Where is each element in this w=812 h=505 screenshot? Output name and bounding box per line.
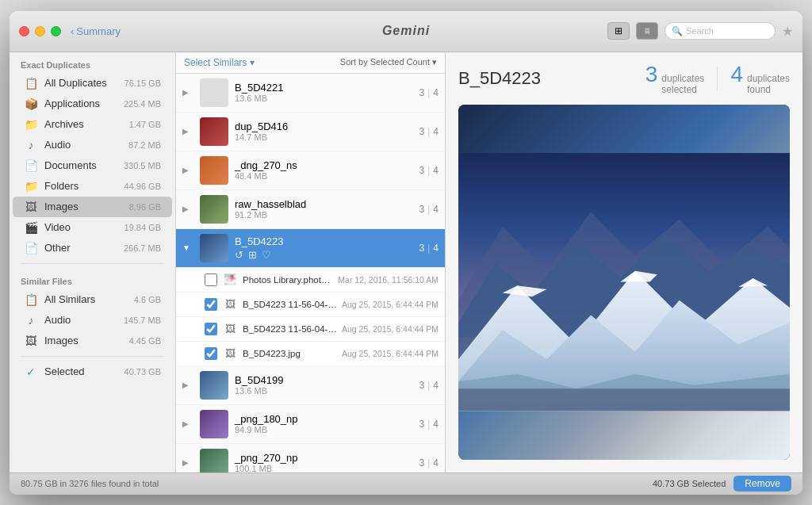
sidebar-item-images[interactable]: 🖼 Images 8.96 GB — [13, 197, 172, 217]
total-count: 4 — [433, 87, 439, 98]
chevron-down-icon: ▼ — [182, 243, 193, 252]
grid-view-button[interactable]: ⊞ — [607, 22, 630, 40]
images-icon: 🖼 — [24, 200, 38, 214]
chevron-right-icon: ▶ — [182, 127, 193, 136]
sidebar-item-video[interactable]: 🎬 Video 19.84 GB — [13, 217, 172, 238]
group-row[interactable]: ▶ _dng_270_ns 48.4 MB 3 | 4 — [176, 151, 445, 190]
sidebar-item-size: 4.6 GB — [134, 295, 161, 304]
traffic-lights — [19, 26, 61, 36]
list-view-button[interactable]: ≡ — [636, 22, 658, 40]
sidebar-item-applications[interactable]: 📦 Applications 225.4 MB — [13, 94, 172, 114]
file-item[interactable]: 🖼 B_5D4223 11-56-04-991… Aug 25, 2015, 6… — [176, 317, 445, 342]
total-count: 4 — [433, 380, 439, 391]
image-icon: 🖼 — [222, 296, 238, 312]
group-thumbnail — [200, 117, 228, 146]
search-box[interactable]: 🔍 Search — [665, 22, 776, 40]
file-checkbox[interactable] — [205, 298, 217, 311]
group-counts: 3 | 4 — [419, 380, 439, 391]
sidebar-item-label: Documents — [44, 159, 124, 171]
group-thumbnail — [200, 156, 228, 185]
sidebar-item-label: Audio — [44, 314, 124, 326]
sidebar-item-other[interactable]: 📄 Other 266.7 MB — [13, 238, 172, 258]
status-total-text: 80.75 GB in 3276 files found in total — [21, 479, 159, 488]
chevron-right-icon: ▶ — [182, 458, 193, 467]
sidebar-item-label: Selected — [44, 365, 124, 377]
remove-button[interactable]: Remove — [733, 476, 791, 492]
group-name: raw_hasselblad — [235, 198, 419, 210]
chevron-right-icon: ▶ — [182, 419, 193, 428]
sidebar-item-label: Applications — [44, 98, 124, 109]
file-checkbox[interactable] — [205, 323, 217, 335]
group-name: dup_5D416 — [235, 121, 419, 132]
back-label: Summary — [76, 25, 121, 37]
maximize-button[interactable] — [51, 26, 61, 36]
sidebar-item-images-sim[interactable]: 🖼 Images 4.45 GB — [13, 331, 172, 351]
grid-action-icon[interactable]: ⊞ — [248, 249, 257, 261]
group-counts: 3 | 4 — [419, 243, 439, 254]
sidebar-divider-2 — [21, 356, 164, 357]
file-checkbox[interactable] — [205, 347, 217, 360]
sidebar-item-audio-sim[interactable]: ♪ Audio 145.7 MB — [13, 310, 172, 331]
sidebar-item-size: 4.45 GB — [129, 336, 161, 346]
sidebar: Exact Duplicates 📋 All Duplicates 76.15 … — [10, 52, 176, 472]
selected-count: 3 — [419, 204, 425, 215]
sidebar-item-all-duplicates[interactable]: 📋 All Duplicates 76.15 GB — [13, 73, 172, 94]
sidebar-item-size: 266.7 MB — [124, 243, 161, 253]
group-row-expanded[interactable]: ▼ B_5D4223 ↺ ⊞ ♡ 3 | 4 — [176, 229, 445, 268]
preview-stats: 3 duplicatesselected 4 duplicatesfound — [645, 62, 790, 96]
back-button[interactable]: ‹ Summary — [71, 25, 121, 37]
sidebar-item-selected[interactable]: ✓ Selected 40.73 GB — [13, 362, 172, 382]
group-row[interactable]: ▶ raw_hasselblad 91.2 MB 3 | 4 — [176, 190, 445, 229]
duplicates-found-number: 4 — [730, 62, 743, 87]
file-item[interactable]: 🌁 Photos Library.photoslibr… Mar 12, 201… — [176, 268, 445, 293]
rotate-icon[interactable]: ↺ — [235, 249, 243, 261]
search-placeholder: Search — [686, 26, 714, 36]
close-button[interactable] — [19, 26, 29, 36]
file-item[interactable]: 🖼 B_5D4223 11-56-04-987… Aug 25, 2015, 6… — [176, 293, 445, 317]
sidebar-item-documents[interactable]: 📄 Documents 330.5 MB — [13, 155, 172, 176]
exact-duplicates-label: Exact Duplicates — [10, 52, 175, 73]
group-thumbnail — [200, 78, 228, 107]
group-row[interactable]: ▶ B_5D4199 13.6 MB 3 | 4 — [176, 366, 445, 405]
app-title: Gemini — [382, 24, 430, 38]
group-row[interactable]: ▶ _png_270_np 100.1 MB 3 | 4 — [176, 444, 445, 472]
all-similars-icon: 📋 — [24, 293, 38, 307]
sidebar-item-folders[interactable]: 📁 Folders 44.96 GB — [13, 176, 172, 197]
group-size: 48.4 MB — [235, 171, 419, 181]
sort-button[interactable]: Sort by Selected Count ▾ — [340, 57, 437, 67]
group-row[interactable]: ▶ B_5D4221 13.6 MB 3 | 4 — [176, 74, 445, 113]
selected-count: 3 — [419, 126, 425, 137]
select-similars-button[interactable]: Select Similars ▾ — [184, 57, 255, 68]
file-name: B_5D4223 11-56-04-987… — [243, 300, 337, 309]
count-separator: | — [427, 380, 430, 391]
chevron-right-icon: ▶ — [182, 166, 193, 174]
sidebar-item-label: Images — [44, 335, 129, 346]
group-counts: 3 | 4 — [419, 87, 439, 98]
file-item[interactable]: 🖼 B_5D4223.jpg Aug 25, 2015, 6:44:44 PM — [176, 342, 445, 366]
file-checkbox[interactable] — [205, 274, 217, 286]
group-row[interactable]: ▶ dup_5D416 14.7 MB 3 | 4 — [176, 113, 445, 151]
group-info: _png_180_np 94.9 MB — [235, 413, 419, 434]
svg-rect-9 — [458, 389, 790, 411]
sidebar-item-audio[interactable]: ♪ Audio 87.2 MB — [13, 135, 172, 155]
star-button[interactable]: ★ — [782, 24, 793, 39]
file-date: Aug 25, 2015, 6:44:44 PM — [342, 324, 439, 334]
image-icon: 🖼 — [222, 321, 238, 337]
chevron-right-icon: ▶ — [182, 88, 193, 97]
group-counts: 3 | 4 — [419, 126, 439, 137]
file-list-header: Select Similars ▾ Sort by Selected Count… — [176, 52, 445, 74]
heart-icon[interactable]: ♡ — [262, 249, 271, 261]
sidebar-item-size: 225.4 MB — [124, 99, 161, 109]
sidebar-item-all-similars[interactable]: 📋 All Similars 4.6 GB — [13, 289, 172, 310]
file-list: ▶ B_5D4221 13.6 MB 3 | 4 ▶ — [176, 74, 445, 472]
video-icon: 🎬 — [24, 220, 38, 235]
group-thumbnail — [200, 371, 228, 400]
group-row[interactable]: ▶ _png_180_np 94.9 MB 3 | 4 — [176, 405, 445, 444]
duplicates-found-stat: 4 duplicatesfound — [730, 62, 790, 96]
minimize-button[interactable] — [35, 26, 45, 36]
group-counts: 3 | 4 — [419, 204, 439, 215]
documents-icon: 📄 — [24, 159, 38, 173]
main-window: ‹ Summary Gemini ⊞ ≡ 🔍 Search ★ Exact Du… — [10, 11, 802, 495]
sidebar-item-archives[interactable]: 📁 Archives 1.47 GB — [13, 114, 172, 135]
image-icon: 🖼 — [222, 346, 238, 362]
